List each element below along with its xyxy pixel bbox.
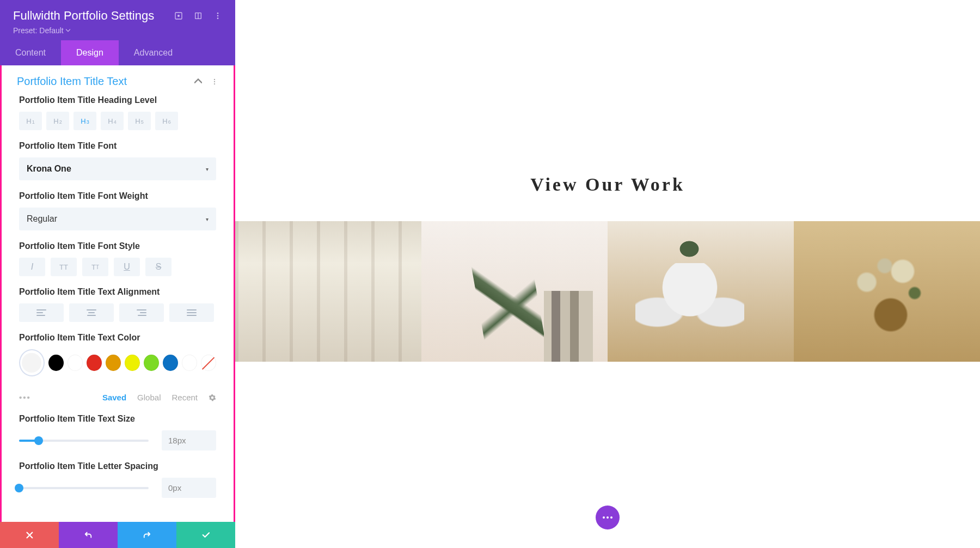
cancel-button[interactable] bbox=[0, 522, 59, 548]
color-tab-global[interactable]: Global bbox=[137, 393, 161, 402]
chevron-down-icon bbox=[66, 28, 70, 33]
preset-value: Default bbox=[39, 26, 63, 35]
font-select[interactable] bbox=[19, 157, 216, 180]
chevron-up-icon[interactable] bbox=[194, 78, 202, 86]
field-font: Portfolio Item Title Font ▾ bbox=[2, 141, 234, 191]
label-font: Portfolio Item Title Font bbox=[19, 141, 216, 151]
weight-select[interactable] bbox=[19, 208, 216, 230]
section-header[interactable]: Portfolio Item Title Text bbox=[2, 65, 234, 95]
field-align: Portfolio Item Title Text Alignment bbox=[2, 287, 234, 333]
size-value[interactable] bbox=[162, 430, 216, 450]
gear-icon[interactable] bbox=[209, 394, 216, 401]
responsive-icon[interactable] bbox=[174, 11, 183, 20]
spacing-slider[interactable] bbox=[19, 487, 149, 489]
style-italic[interactable]: I bbox=[19, 258, 45, 276]
swatch-red[interactable] bbox=[87, 355, 102, 371]
swatch-orange[interactable] bbox=[106, 355, 121, 371]
label-weight: Portfolio Item Title Font Weight bbox=[19, 191, 216, 201]
sidebar-header: Fullwidth Portfolio Settings Preset: Def… bbox=[0, 0, 235, 40]
tab-design[interactable]: Design bbox=[61, 40, 119, 65]
expand-icon[interactable] bbox=[194, 11, 203, 20]
svg-point-4 bbox=[217, 13, 219, 14]
label-style: Portfolio Item Title Font Style bbox=[19, 241, 216, 251]
undo-button[interactable] bbox=[59, 522, 118, 548]
style-underline[interactable]: U bbox=[114, 258, 140, 276]
portfolio-item[interactable] bbox=[235, 221, 421, 362]
swatch-blue[interactable] bbox=[163, 355, 178, 371]
field-size: Portfolio Item Title Text Size bbox=[2, 402, 234, 461]
preview-canvas: View Our Work bbox=[235, 0, 980, 548]
kebab-icon[interactable] bbox=[213, 11, 222, 20]
panel-body: Portfolio Item Title Text Portfolio Item… bbox=[0, 65, 235, 522]
swatch-white2[interactable] bbox=[182, 355, 197, 371]
svg-point-6 bbox=[217, 17, 219, 19]
label-spacing: Portfolio Item Title Letter Spacing bbox=[19, 461, 216, 471]
swatch-yellow[interactable] bbox=[125, 355, 140, 371]
bottom-bar bbox=[0, 522, 235, 548]
field-spacing: Portfolio Item Title Letter Spacing bbox=[2, 461, 234, 509]
style-uppercase[interactable]: TT bbox=[51, 258, 77, 276]
label-size: Portfolio Item Title Text Size bbox=[19, 414, 216, 424]
style-strikethrough[interactable]: S bbox=[145, 258, 171, 276]
size-slider[interactable] bbox=[19, 440, 149, 442]
swatch-black[interactable] bbox=[48, 355, 64, 371]
svg-point-8 bbox=[214, 81, 215, 82]
style-smallcaps[interactable]: TT bbox=[82, 258, 108, 276]
field-heading-level: Portfolio Item Title Heading Level H1 H2… bbox=[2, 95, 234, 141]
settings-sidebar: Fullwidth Portfolio Settings Preset: Def… bbox=[0, 0, 235, 548]
align-right[interactable] bbox=[119, 303, 164, 322]
portfolio-item[interactable] bbox=[794, 221, 980, 362]
preset-selector[interactable]: Preset: Default bbox=[13, 26, 222, 35]
field-style: Portfolio Item Title Font Style I TT TT … bbox=[2, 241, 234, 287]
portfolio-item[interactable] bbox=[608, 221, 794, 362]
align-justify[interactable] bbox=[169, 303, 214, 322]
section-title: Portfolio Item Title Text bbox=[17, 75, 127, 88]
preview-heading: View Our Work bbox=[235, 174, 980, 195]
heading-h5[interactable]: H5 bbox=[128, 112, 151, 130]
swatch-white[interactable] bbox=[68, 355, 83, 371]
heading-h2[interactable]: H2 bbox=[46, 112, 69, 130]
tab-advanced[interactable]: Advanced bbox=[119, 40, 188, 65]
swatch-green[interactable] bbox=[144, 355, 159, 371]
floating-action-button[interactable] bbox=[596, 506, 620, 529]
swatch-current[interactable] bbox=[19, 349, 45, 376]
svg-point-5 bbox=[217, 15, 219, 17]
label-color: Portfolio Item Title Text Color bbox=[19, 333, 216, 343]
tab-bar: Content Design Advanced bbox=[0, 40, 235, 65]
preset-label: Preset: bbox=[13, 26, 37, 35]
portfolio-item[interactable] bbox=[421, 221, 608, 362]
field-color: Portfolio Item Title Text Color bbox=[2, 333, 234, 387]
heading-h6[interactable]: H6 bbox=[155, 112, 178, 130]
portfolio-gallery bbox=[235, 221, 980, 362]
spacing-value[interactable] bbox=[162, 478, 216, 498]
color-tab-saved[interactable]: Saved bbox=[102, 393, 126, 402]
field-weight: Portfolio Item Title Font Weight ▾ bbox=[2, 191, 234, 241]
align-center[interactable] bbox=[69, 303, 114, 322]
redo-button[interactable] bbox=[118, 522, 176, 548]
heading-h3[interactable]: H3 bbox=[74, 112, 96, 130]
panel-title: Fullwidth Portfolio Settings bbox=[13, 9, 154, 23]
svg-point-7 bbox=[214, 78, 215, 80]
color-swatches bbox=[19, 349, 216, 376]
heading-h4[interactable]: H4 bbox=[101, 112, 124, 130]
svg-point-1 bbox=[177, 15, 180, 17]
svg-point-9 bbox=[214, 83, 215, 84]
heading-h1[interactable]: H1 bbox=[19, 112, 42, 130]
save-button[interactable] bbox=[176, 522, 235, 548]
label-align: Portfolio Item Title Text Alignment bbox=[19, 287, 216, 297]
align-left[interactable] bbox=[19, 303, 64, 322]
color-tab-recent[interactable]: Recent bbox=[171, 393, 198, 402]
kebab-icon[interactable] bbox=[211, 78, 218, 86]
tab-content[interactable]: Content bbox=[0, 40, 61, 65]
label-heading-level: Portfolio Item Title Heading Level bbox=[19, 95, 216, 105]
more-dots-icon[interactable]: ••• bbox=[19, 393, 31, 402]
color-tabs: ••• Saved Global Recent bbox=[2, 387, 234, 402]
swatch-none[interactable] bbox=[201, 355, 216, 371]
